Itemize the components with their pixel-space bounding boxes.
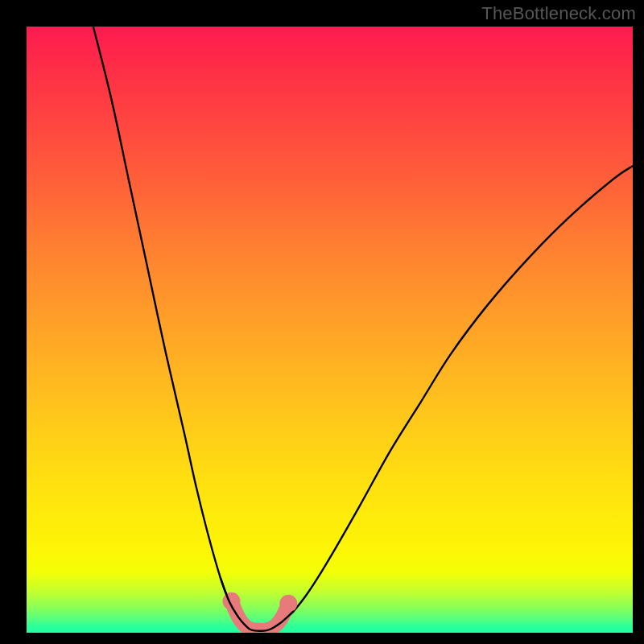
bottleneck-curve [93,27,633,631]
trough-markers [221,578,297,631]
chart-container: TheBottleneck.com [0,0,644,644]
attribution-label: TheBottleneck.com [481,3,636,24]
trough-end-lobe [279,595,297,613]
plot-area [27,27,633,633]
chart-svg [27,27,633,633]
